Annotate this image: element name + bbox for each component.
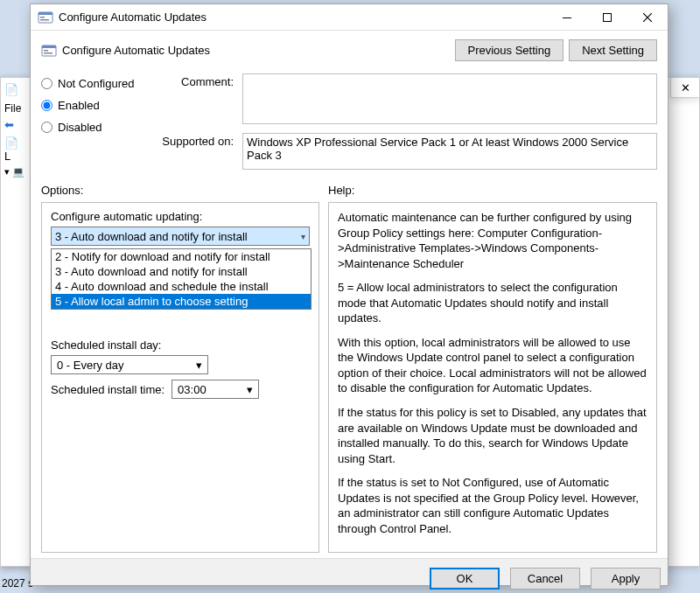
radio-label: Disabled: [58, 121, 102, 134]
maximize-button[interactable]: [587, 4, 627, 30]
cancel-button[interactable]: Cancel: [510, 568, 580, 590]
bg-status-text: 2027 s: [2, 577, 33, 590]
bg-doc-icon: 📄 L: [4, 136, 27, 163]
dropdown-selected-text: 3 - Auto download and notify for install: [55, 230, 248, 243]
dropdown-option[interactable]: 5 - Allow local admin to choose setting: [52, 294, 311, 309]
supported-on-text: Windows XP Professional Service Pack 1 o…: [242, 133, 657, 170]
help-paragraph: If the status is set to Not Configured, …: [338, 475, 648, 536]
window-title: Configure Automatic Updates: [59, 10, 547, 24]
dropdown-option[interactable]: 2 - Notify for download and notify for i…: [52, 249, 311, 264]
svg-rect-1: [38, 12, 52, 15]
policy-icon: [41, 43, 57, 59]
bg-toolbar-icon: 📄: [4, 83, 27, 99]
next-setting-button[interactable]: Next Setting: [569, 39, 657, 61]
options-section-label: Options:: [41, 184, 328, 197]
comment-label: Comment:: [155, 73, 242, 88]
svg-rect-5: [604, 13, 612, 21]
chevron-down-icon: ▾: [196, 359, 202, 372]
chevron-down-icon: ▾: [247, 383, 253, 396]
titlebar: Configure Automatic Updates: [31, 4, 668, 31]
scheduled-day-dropdown[interactable]: 0 - Every day ▾: [51, 355, 208, 374]
bg-file-menu: File: [4, 102, 27, 115]
configure-updating-dropdown-list[interactable]: 2 - Notify for download and notify for i…: [51, 248, 312, 310]
radio-label: Enabled: [58, 99, 100, 112]
scheduled-day-label: Scheduled install day:: [51, 338, 310, 352]
bg-close-icon: ✕: [670, 77, 700, 98]
scheduled-time-label: Scheduled install time:: [51, 383, 164, 396]
svg-rect-3: [40, 19, 49, 21]
svg-rect-8: [44, 50, 48, 52]
apply-button[interactable]: Apply: [591, 568, 661, 590]
minimize-button[interactable]: [547, 4, 587, 30]
policy-icon: [38, 10, 53, 25]
help-pane[interactable]: Automatic maintenance can be further con…: [328, 202, 657, 553]
dropdown-option[interactable]: 4 - Auto download and schedule the insta…: [52, 279, 311, 294]
svg-rect-9: [44, 52, 52, 54]
radio-disabled[interactable]: Disabled: [41, 121, 155, 134]
dialog-footer: OK Cancel Apply: [31, 558, 668, 593]
chevron-down-icon: ▾: [301, 232, 305, 241]
configure-updating-label: Configure automatic updating:: [51, 210, 310, 223]
supported-on-label: Supported on:: [155, 133, 242, 148]
configure-updating-dropdown[interactable]: 3 - Auto download and notify for install…: [51, 227, 310, 246]
dropdown-selected-text: 03:00: [178, 383, 206, 396]
bg-tree-icon: ▾ 💻: [4, 166, 27, 178]
radio-enabled[interactable]: Enabled: [41, 99, 155, 112]
svg-rect-4: [563, 17, 571, 18]
svg-rect-7: [42, 45, 56, 48]
state-radio-group: Not Configured Enabled Disabled: [41, 73, 155, 173]
dropdown-option[interactable]: 3 - Auto download and notify for install: [52, 264, 311, 279]
help-paragraph: With this option, local administrators w…: [338, 335, 648, 396]
radio-label: Not Configured: [58, 77, 134, 90]
ok-button[interactable]: OK: [430, 568, 500, 590]
options-pane: Configure automatic updating: 3 - Auto d…: [41, 202, 319, 553]
bg-back-icon: ⬅: [4, 118, 27, 131]
help-paragraph: Automatic maintenance can be further con…: [338, 210, 648, 271]
svg-rect-2: [40, 17, 45, 18]
close-button[interactable]: [627, 4, 668, 30]
gpo-settings-dialog: Configure Automatic Updates Configure Au…: [30, 3, 668, 586]
radio-not-configured[interactable]: Not Configured: [41, 77, 155, 90]
help-section-label: Help:: [328, 184, 354, 197]
scheduled-time-dropdown[interactable]: 03:00 ▾: [172, 380, 259, 399]
previous-setting-button[interactable]: Previous Setting: [455, 39, 564, 61]
help-paragraph: 5 = Allow local administrators to select…: [338, 280, 648, 326]
dropdown-selected-text: 0 - Every day: [57, 359, 124, 372]
policy-title: Configure Automatic Updates: [62, 44, 210, 57]
comment-textarea[interactable]: [242, 73, 657, 124]
help-paragraph: If the status for this policy is set to …: [338, 405, 648, 466]
